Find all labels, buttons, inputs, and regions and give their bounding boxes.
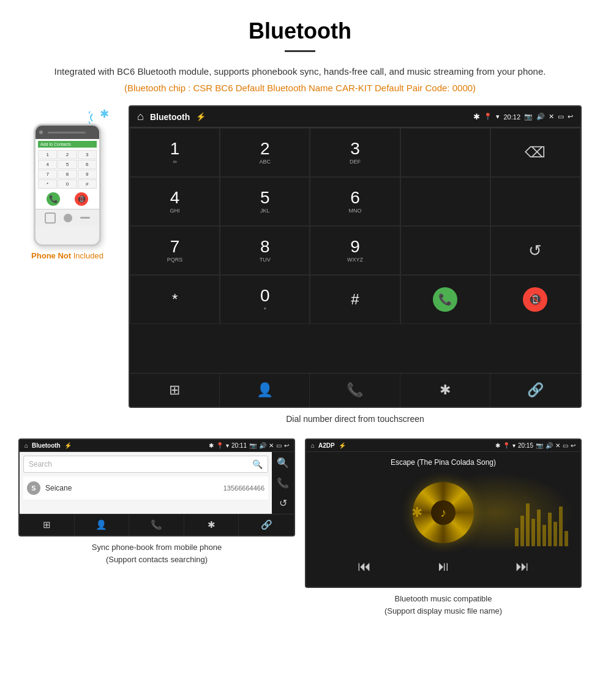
dial-key-8[interactable]: 8TUV — [220, 226, 310, 275]
pb-nav-dialpad[interactable]: ⊞ — [20, 514, 75, 535]
dial-end-btn[interactable]: 📵 — [490, 275, 580, 324]
music-status-left: ⌂ A2DP ⚡ — [311, 442, 346, 449]
music-content: Escape (The Pina Colada Song) — [306, 452, 580, 587]
prev-btn[interactable]: ⏮ — [358, 559, 371, 574]
equalizer-bars — [515, 497, 568, 546]
title-divider — [285, 50, 315, 52]
phone-key-4: 4 — [38, 160, 57, 169]
pb-home-icon[interactable]: ⌂ — [24, 442, 28, 449]
search-icon[interactable]: 🔍 — [252, 459, 263, 469]
dial-key-5[interactable]: 5JKL — [220, 177, 310, 226]
home-icon[interactable]: ⌂ — [137, 110, 144, 123]
description-text: Integrated with BC6 Bluetooth module, su… — [0, 64, 600, 83]
phone-key-3: 3 — [78, 150, 97, 159]
nav-bt-icon[interactable]: ✱ — [400, 374, 490, 407]
next-btn[interactable]: ⏭ — [516, 559, 529, 574]
time-display: 20:12 — [503, 113, 520, 121]
phone-speaker — [48, 132, 86, 134]
pb-back-btn[interactable]: ↩ — [284, 442, 289, 449]
dial-key-4[interactable]: 4GHI — [130, 177, 220, 226]
call-red-icon[interactable]: 📵 — [523, 287, 547, 312]
music-time: 20:15 — [518, 442, 533, 449]
camera-btn[interactable]: 📷 — [524, 113, 533, 121]
pb-bottom-nav: ⊞ 👤 📞 ✱ 🔗 — [20, 514, 294, 535]
pb-nav-bt[interactable]: ✱ — [184, 514, 239, 535]
music-screen: ⌂ A2DP ⚡ ✱ 📍 ▾ 20:15 📷 🔊 ✕ ▭ ↩ — [305, 438, 582, 588]
music-close-btn[interactable]: ✕ — [555, 442, 560, 449]
car-dial-container: ⌂ Bluetooth ⚡ ✱ 📍 ▾ 20:12 📷 🔊 ✕ ▭ ↩ — [129, 105, 582, 432]
music-window-btn[interactable]: ▭ — [563, 442, 568, 449]
phone-key-6: 6 — [78, 160, 97, 169]
dial-caption: Dial number direct from touchscreen — [129, 408, 582, 432]
phone-wrapper: ✱ Add to Contacts 1 2 3 4 — [34, 124, 101, 246]
contact-row[interactable]: S Seicane 13566664466 — [23, 476, 268, 500]
phone-home-btn — [64, 214, 72, 222]
close-btn[interactable]: ✕ — [549, 113, 554, 121]
pb-time: 20:11 — [231, 442, 247, 449]
phone-key-5: 5 — [58, 160, 77, 169]
music-home-icon[interactable]: ⌂ — [311, 442, 315, 449]
phone-key-0: 0 — [58, 179, 77, 189]
pb-nav-contacts[interactable]: 👤 — [75, 514, 130, 535]
music-volume-btn[interactable]: 🔊 — [546, 442, 553, 449]
volume-btn[interactable]: 🔊 — [536, 113, 545, 121]
dial-key-1[interactable]: 1∞ — [130, 128, 220, 177]
svg-text:✱: ✱ — [100, 108, 109, 120]
pb-nav-link[interactable]: 🔗 — [239, 514, 294, 535]
music-artwork-area: ♪ ✱ — [312, 473, 574, 552]
phonebook-container: ⌂ Bluetooth ⚡ ✱ 📍 ▾ 20:11 📷 🔊 ✕ ▭ ↩ — [18, 438, 295, 617]
music-usb-icon: ⚡ — [339, 442, 346, 449]
phone-key-9: 9 — [78, 170, 97, 179]
window-btn[interactable]: ▭ — [558, 113, 564, 121]
nav-dialpad-icon[interactable]: ⊞ — [130, 374, 220, 407]
search-bar[interactable]: Search 🔍 — [23, 456, 268, 473]
phone-top-bar — [36, 126, 99, 139]
phone-end-btn: 📵 — [75, 192, 88, 206]
pb-sidebar-call-icon[interactable]: 📞 — [277, 477, 289, 489]
pb-nav-calls[interactable]: 📞 — [129, 514, 184, 535]
pb-status-left: ⌂ Bluetooth ⚡ — [24, 442, 72, 449]
play-pause-btn[interactable]: ⏯ — [437, 559, 450, 574]
bottom-row: ⌂ Bluetooth ⚡ ✱ 📍 ▾ 20:11 📷 🔊 ✕ ▭ ↩ — [0, 438, 600, 629]
call-green-icon[interactable]: 📞 — [433, 287, 457, 312]
pb-volume-btn[interactable]: 🔊 — [259, 442, 266, 449]
dial-key-0[interactable]: 0+ — [220, 275, 310, 324]
phone-included-text: Included — [71, 251, 103, 260]
dial-key-hash[interactable]: # — [310, 275, 400, 324]
phone-key-hash: # — [78, 179, 97, 189]
dial-call-btn[interactable]: 📞 — [400, 275, 490, 324]
dial-key-2[interactable]: 2ABC — [220, 128, 310, 177]
pb-camera-btn[interactable]: 📷 — [249, 442, 257, 449]
phone-call-buttons: 📞 📵 — [38, 191, 97, 207]
music-controls: ⏮ ⏯ ⏭ — [312, 552, 574, 581]
pb-sidebar-refresh-icon[interactable]: ↺ — [279, 497, 287, 509]
dial-backspace[interactable]: ⌫ — [490, 128, 580, 177]
pb-window-btn[interactable]: ▭ — [276, 442, 282, 449]
dial-key-7[interactable]: 7PQRS — [130, 226, 220, 275]
contact-number: 13566664466 — [223, 484, 264, 492]
pb-sidebar: 🔍 📞 ↺ — [272, 452, 294, 514]
status-right: ✱ 📍 ▾ 20:12 📷 🔊 ✕ ▭ ↩ — [473, 112, 573, 121]
status-title: Bluetooth — [150, 112, 190, 122]
music-camera-btn[interactable]: 📷 — [536, 442, 543, 449]
main-section: ✱ Add to Contacts 1 2 3 4 — [0, 105, 600, 438]
nav-calls-icon[interactable]: 📞 — [310, 374, 400, 407]
pb-close-btn[interactable]: ✕ — [269, 442, 274, 449]
music-bt-icon: ✱ — [495, 442, 500, 449]
dial-key-star[interactable]: * — [130, 275, 220, 324]
dial-key-9[interactable]: 9WXYZ — [310, 226, 400, 275]
specs-line: (Bluetooth chip : CSR BC6 Default Blueto… — [0, 83, 600, 105]
dial-redial[interactable]: ↺ — [490, 226, 580, 275]
phone-key-2: 2 — [58, 150, 77, 159]
back-btn[interactable]: ↩ — [568, 113, 573, 121]
pb-sidebar-search-icon[interactable]: 🔍 — [277, 457, 289, 469]
dial-empty-2 — [400, 177, 490, 226]
nav-contacts-icon[interactable]: 👤 — [220, 374, 310, 407]
phone-not-text: Phone Not — [31, 251, 71, 260]
dial-key-3[interactable]: 3DEF — [310, 128, 400, 177]
nav-link-icon[interactable]: 🔗 — [490, 374, 580, 407]
dial-key-6[interactable]: 6MNO — [310, 177, 400, 226]
music-back-btn[interactable]: ↩ — [571, 442, 576, 449]
music-song-title: Escape (The Pina Colada Song) — [391, 458, 496, 467]
phonebook-screen: ⌂ Bluetooth ⚡ ✱ 📍 ▾ 20:11 📷 🔊 ✕ ▭ ↩ — [18, 438, 295, 536]
